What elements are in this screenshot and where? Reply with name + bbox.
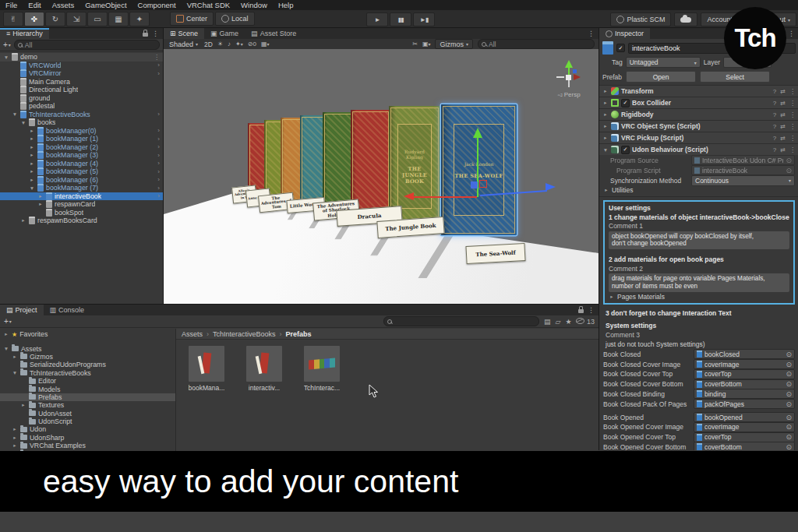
- kebab-menu-icon[interactable]: ⋮: [588, 30, 595, 37]
- foldout-icon[interactable]: ▸: [29, 160, 35, 167]
- kebab-menu-icon[interactable]: ⋮: [789, 88, 796, 95]
- project-tree-item[interactable]: ▸ ★ Gizmos: [0, 353, 175, 361]
- hierarchy-item[interactable]: VRCWorld ›: [0, 62, 163, 70]
- custom-tool-button[interactable]: ✦: [129, 12, 150, 26]
- label-filter-icon[interactable]: ▱: [555, 318, 560, 326]
- foldout-icon[interactable]: ▸: [29, 177, 35, 183]
- pause-button[interactable]: ▮▮: [390, 12, 411, 26]
- active-checkbox[interactable]: ✓: [616, 44, 625, 52]
- comment2-textarea[interactable]: drag materials for page onto variable Pa…: [609, 273, 789, 292]
- object-reference-field[interactable]: coverImage⊙: [694, 359, 795, 369]
- step-button[interactable]: ►▮: [413, 12, 435, 26]
- pages-materials-foldout[interactable]: ▸Pages Materials: [609, 293, 789, 301]
- prefab-nav-arrow-icon[interactable]: ›: [157, 185, 163, 192]
- prefab-nav-arrow-icon[interactable]: ›: [157, 127, 163, 134]
- prefab-nav-arrow-icon[interactable]: ›: [157, 143, 163, 150]
- prefab-nav-arrow-icon[interactable]: ›: [157, 176, 163, 183]
- foldout-icon[interactable]: ▼: [602, 147, 609, 153]
- transform-tool-button[interactable]: ▦: [108, 12, 129, 26]
- foldout-icon[interactable]: ▸: [29, 136, 35, 142]
- preset-icon[interactable]: ⇄: [780, 88, 786, 95]
- component-enabled-checkbox[interactable]: ✓: [621, 146, 630, 154]
- foldout-icon[interactable]: ▸: [3, 331, 9, 337]
- prefab-open-button[interactable]: Open: [626, 71, 696, 83]
- hidden-objects-count[interactable]: ⊘0: [248, 41, 256, 48]
- gizmos-dropdown[interactable]: Gizmos▾: [435, 39, 473, 49]
- foldout-icon[interactable]: ▸: [602, 123, 609, 129]
- scene-orientation-gizmo[interactable]: ◅ Persp: [550, 58, 588, 104]
- foldout-icon[interactable]: ▸: [29, 128, 35, 134]
- hierarchy-item[interactable]: ▼ TchInteractiveBooks ›: [0, 111, 163, 119]
- tab-asset-store[interactable]: ▤Asset Store: [245, 28, 302, 39]
- utilities-foldout[interactable]: ▸Utilities: [599, 185, 798, 195]
- play-button[interactable]: ►: [366, 12, 388, 26]
- effects-dropdown-icon[interactable]: ✦▾: [235, 41, 243, 48]
- sync-method-dropdown[interactable]: Continuous▾: [691, 175, 795, 186]
- foldout-icon[interactable]: ▼: [3, 346, 9, 351]
- rect-tool-button[interactable]: ▭: [87, 12, 108, 26]
- project-tree-item[interactable]: ★ Models: [0, 385, 175, 393]
- project-tree-item[interactable]: ▸ ★ UdonSharp: [0, 434, 175, 442]
- lock-icon[interactable]: [578, 309, 584, 313]
- scene-search-input[interactable]: All: [478, 39, 595, 49]
- hierarchy-item[interactable]: ▼ demo ⋮: [0, 53, 163, 62]
- component-header[interactable]: ▸ VRC Pickup (Script) ?⇄⋮: [599, 132, 798, 143]
- project-content-area[interactable]: Assets› TchInteractiveBooks› Prefabs boo…: [176, 329, 598, 451]
- kebab-menu-icon[interactable]: ⋮: [788, 30, 795, 37]
- audio-toggle-icon[interactable]: ♪: [228, 41, 231, 48]
- project-tree-item[interactable]: ★ Prefabs: [0, 393, 175, 401]
- package-visibility-icon[interactable]: ▤: [544, 318, 551, 326]
- help-icon[interactable]: ?: [773, 88, 776, 95]
- kebab-menu-icon[interactable]: ⋮: [789, 146, 796, 153]
- project-tree-item[interactable]: ▸ ★ Udon: [0, 425, 175, 433]
- hierarchy-item[interactable]: ▼ bookManager (7) ›: [0, 184, 163, 192]
- project-tree-item[interactable]: ★ UdonScript: [0, 417, 175, 425]
- foldout-icon[interactable]: ▸: [29, 144, 35, 150]
- menu-item[interactable]: File: [0, 1, 23, 9]
- cloud-button[interactable]: [674, 12, 697, 26]
- hierarchy-item[interactable]: ▸ respawnCard: [0, 200, 163, 209]
- foldout-icon[interactable]: ▸: [29, 168, 35, 174]
- 2d-toggle[interactable]: 2D: [204, 41, 213, 48]
- prefab-nav-arrow-icon[interactable]: ›: [157, 152, 163, 159]
- object-reference-field[interactable]: coverTop⊙: [694, 432, 795, 442]
- hand-tool-button[interactable]: ✌: [3, 12, 23, 26]
- prefab-nav-arrow-icon[interactable]: ›: [157, 136, 163, 143]
- object-picker-icon[interactable]: ⊙: [786, 167, 792, 174]
- kebab-menu-icon[interactable]: ⋮: [152, 30, 159, 37]
- menu-item[interactable]: VRChat SDK: [182, 1, 235, 9]
- comment3-text[interactable]: just do not touch System settings): [599, 340, 798, 349]
- kebab-menu-icon[interactable]: ⋮: [789, 111, 796, 118]
- project-tree-item[interactable]: ★ SerializedUdonPrograms: [0, 361, 175, 368]
- hierarchy-item[interactable]: bookSpot: [0, 209, 163, 217]
- scene-viewport[interactable]: Rudyard KiplingTHE JUNGLE BOOK Jack Lond…: [164, 49, 598, 304]
- object-picker-icon[interactable]: ⊙: [786, 400, 792, 408]
- menu-item[interactable]: Help: [273, 1, 299, 9]
- preset-icon[interactable]: ⇄: [780, 123, 786, 130]
- menu-item[interactable]: Window: [235, 1, 273, 9]
- hierarchy-item[interactable]: ▸ bookManager (2) ›: [0, 143, 163, 152]
- program-script-field[interactable]: interactiveBook⊙: [691, 165, 795, 175]
- component-header[interactable]: ▸ Rigidbody ?⇄⋮: [599, 108, 798, 120]
- kebab-menu-icon[interactable]: ⋮: [789, 100, 796, 107]
- projection-label[interactable]: ◅ Persp: [550, 91, 588, 98]
- breadcrumb-item[interactable]: Assets: [182, 330, 203, 338]
- prefab-nav-arrow-icon[interactable]: ›: [157, 62, 163, 69]
- foldout-icon[interactable]: ▼: [3, 55, 9, 60]
- object-picker-icon[interactable]: ⊙: [786, 361, 792, 368]
- move-gizmo-x-arrowhead[interactable]: [404, 192, 414, 200]
- asset-item[interactable]: interactiv...: [240, 346, 288, 392]
- move-tool-button[interactable]: ✜: [24, 12, 44, 26]
- hierarchy-search-input[interactable]: All: [14, 40, 160, 50]
- lock-icon[interactable]: [143, 33, 148, 37]
- object-picker-icon[interactable]: ⊙: [786, 380, 792, 388]
- help-icon[interactable]: ?: [773, 146, 776, 153]
- plastic-scm-button[interactable]: Plastic SCM: [610, 12, 671, 26]
- hierarchy-item[interactable]: ▸ bookManager (6) ›: [0, 176, 163, 185]
- foldout-icon[interactable]: ▼: [29, 185, 35, 191]
- hierarchy-item[interactable]: ▸ bookManager (5) ›: [0, 167, 163, 176]
- object-reference-field[interactable]: bookOpened⊙: [694, 412, 795, 422]
- foldout-icon[interactable]: ▸: [602, 88, 609, 94]
- move-gizmo-y-arrowhead[interactable]: [473, 128, 482, 138]
- breadcrumb-item[interactable]: TchInteractiveBooks: [213, 330, 276, 338]
